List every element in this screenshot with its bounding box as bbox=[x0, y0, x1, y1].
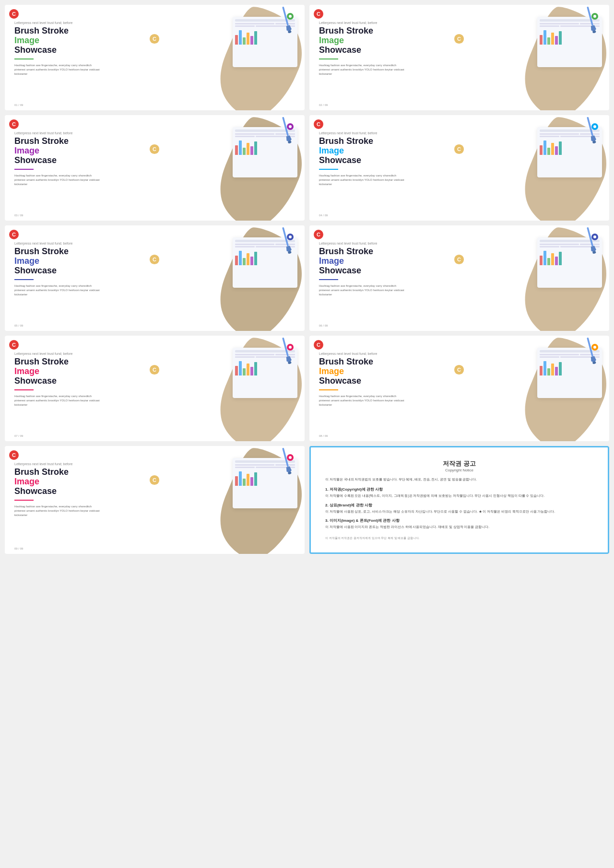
card-title-showcase: Showcase bbox=[319, 156, 473, 165]
card-page-number: 06 / 09 bbox=[319, 324, 328, 327]
svg-rect-26 bbox=[282, 227, 289, 246]
card-9: C Letterpress next level trust fund; bef… bbox=[5, 446, 305, 554]
svg-rect-44 bbox=[587, 338, 593, 357]
svg-text:C: C bbox=[153, 146, 156, 152]
card-divider bbox=[14, 59, 34, 59]
card-logo: C bbox=[313, 340, 324, 350]
card-2: C Letterpress next level trust fund; bef… bbox=[309, 5, 609, 110]
card-title-image: Image bbox=[14, 257, 169, 266]
card-subtitle: Letterpress next level trust fund; befor… bbox=[14, 462, 169, 466]
card-title-brush: Brush Stroke bbox=[14, 137, 169, 146]
copyright-section-title: 2. 상표(Brand)에 관한 사항 bbox=[325, 503, 593, 508]
card-logo: C bbox=[313, 229, 324, 240]
card-divider bbox=[14, 500, 34, 501]
card-title-brush: Brush Stroke bbox=[319, 26, 473, 36]
card-title-image: Image bbox=[14, 367, 169, 376]
card-1: C Letterpress next level trust fund; bef… bbox=[5, 5, 305, 110]
card-logo: C bbox=[9, 119, 19, 129]
card-title-showcase: Showcase bbox=[14, 376, 169, 386]
card-divider bbox=[319, 59, 338, 59]
card-title-brush: Brush Stroke bbox=[319, 137, 473, 146]
svg-rect-38 bbox=[282, 338, 289, 357]
card-content: Letterpress next level trust fund; befor… bbox=[14, 235, 169, 297]
card-title-showcase: Showcase bbox=[319, 46, 473, 55]
copyright-intro: 이 저작물은 국내외 저작권법의 보호를 받습니다. 무단 복제, 배포, 전송… bbox=[325, 477, 593, 482]
card-3: C Letterpress next level trust fund; bef… bbox=[5, 115, 305, 221]
svg-text:C: C bbox=[457, 36, 461, 42]
card-description: Hashtag fashion axe fingerstache, everyd… bbox=[319, 394, 405, 407]
card-logo: C bbox=[313, 119, 324, 129]
svg-rect-50 bbox=[282, 448, 289, 467]
copyright-subtitle-text: Copyright Notice bbox=[325, 468, 593, 472]
copyright-title: 저작권 공고 bbox=[325, 459, 593, 468]
svg-rect-32 bbox=[587, 227, 593, 246]
svg-rect-14 bbox=[282, 117, 289, 136]
svg-rect-2 bbox=[282, 7, 289, 26]
svg-text:C: C bbox=[153, 477, 156, 483]
svg-text:C: C bbox=[153, 367, 156, 373]
card-title-brush: Brush Stroke bbox=[14, 247, 169, 257]
card-content: Letterpress next level trust fund; befor… bbox=[319, 125, 473, 187]
card-title-showcase: Showcase bbox=[319, 376, 473, 386]
svg-text:C: C bbox=[12, 342, 16, 348]
copyright-footer: 이 저작물의 저작권은 원저작자에게 있으며 무단 복제 및 배포를 금합니다. bbox=[325, 536, 593, 540]
svg-text:C: C bbox=[457, 257, 461, 262]
svg-text:C: C bbox=[457, 146, 461, 152]
card-title-showcase: Showcase bbox=[319, 266, 473, 276]
card-brand-logo: C bbox=[454, 364, 464, 377]
card-brand-logo: C bbox=[149, 475, 160, 487]
card-content: Letterpress next level trust fund; befor… bbox=[319, 345, 473, 407]
card-logo: C bbox=[9, 229, 19, 240]
card-subtitle: Letterpress next level trust fund; befor… bbox=[14, 131, 169, 135]
card-title-brush: Brush Stroke bbox=[14, 26, 169, 36]
card-title-showcase: Showcase bbox=[14, 46, 169, 55]
card-logo: C bbox=[313, 9, 324, 19]
card-title-brush: Brush Stroke bbox=[319, 247, 473, 257]
card-title-brush: Brush Stroke bbox=[319, 357, 473, 367]
card-subtitle: Letterpress next level trust fund; befor… bbox=[14, 352, 169, 355]
card-logo: C bbox=[9, 9, 19, 19]
copyright-section-title: 1. 저작권(Copyright)에 관한 사항 bbox=[325, 487, 593, 492]
svg-text:C: C bbox=[12, 452, 16, 458]
card-subtitle: Letterpress next level trust fund; befor… bbox=[319, 242, 473, 245]
card-7: C Letterpress next level trust fund; bef… bbox=[5, 336, 305, 441]
svg-text:C: C bbox=[153, 257, 156, 262]
card-content: Letterpress next level trust fund; befor… bbox=[14, 345, 169, 407]
copyright-card: 저작권 공고 Copyright Notice 이 저작물은 국내외 저작권법의… bbox=[309, 446, 609, 554]
card-page-number: 01 / 09 bbox=[14, 104, 23, 106]
card-divider bbox=[319, 169, 338, 170]
card-description: Hashtag fashion axe fingerstache, everyd… bbox=[319, 284, 405, 297]
card-description: Hashtag fashion axe fingerstache, everyd… bbox=[319, 63, 405, 76]
card-page-number: 07 / 09 bbox=[14, 434, 23, 437]
copyright-header: 저작권 공고 Copyright Notice bbox=[325, 459, 593, 472]
card-description: Hashtag fashion axe fingerstache, everyd… bbox=[14, 63, 101, 76]
card-4: C Letterpress next level trust fund; bef… bbox=[309, 115, 609, 221]
svg-rect-8 bbox=[587, 7, 593, 26]
card-description: Hashtag fashion axe fingerstache, everyd… bbox=[14, 284, 101, 297]
card-title-image: Image bbox=[14, 146, 169, 156]
card-title-image: Image bbox=[319, 257, 473, 266]
copyright-section: 2. 상표(Brand)에 관한 사항 이 저작물에 사용된 상표, 로고, 서… bbox=[325, 503, 593, 518]
card-title-image: Image bbox=[319, 36, 473, 46]
card-page-number: 09 / 09 bbox=[14, 547, 23, 550]
card-page-number: 05 / 09 bbox=[14, 324, 23, 327]
card-divider bbox=[14, 389, 34, 390]
svg-text:C: C bbox=[12, 121, 16, 127]
svg-text:C: C bbox=[317, 11, 320, 17]
card-brand-logo: C bbox=[149, 364, 160, 377]
copyright-section-body: 이 저작물에 사용된 상표, 로고, 서비스 마크는 해당 소유자의 자산입니다… bbox=[325, 509, 593, 514]
card-subtitle: Letterpress next level trust fund; befor… bbox=[319, 131, 473, 135]
card-title-image: Image bbox=[14, 36, 169, 46]
card-divider bbox=[319, 279, 338, 280]
copyright-section: 1. 저작권(Copyright)에 관한 사항 이 저작물에 수록된 모든 내… bbox=[325, 487, 593, 502]
card-6: C Letterpress next level trust fund; bef… bbox=[309, 225, 609, 331]
svg-text:C: C bbox=[317, 342, 320, 348]
svg-text:C: C bbox=[12, 232, 16, 237]
copyright-section: 3. 이미지(Image) & 폰트(Font)에 관한 사항 이 저작물에 사… bbox=[325, 518, 593, 533]
card-page-number: 02 / 09 bbox=[319, 104, 328, 106]
card-brand-logo: C bbox=[454, 254, 464, 267]
card-title-image: Image bbox=[319, 367, 473, 376]
card-title-brush: Brush Stroke bbox=[14, 468, 169, 477]
card-description: Hashtag fashion axe fingerstache, everyd… bbox=[14, 174, 101, 187]
card-5: C Letterpress next level trust fund; bef… bbox=[5, 225, 305, 331]
